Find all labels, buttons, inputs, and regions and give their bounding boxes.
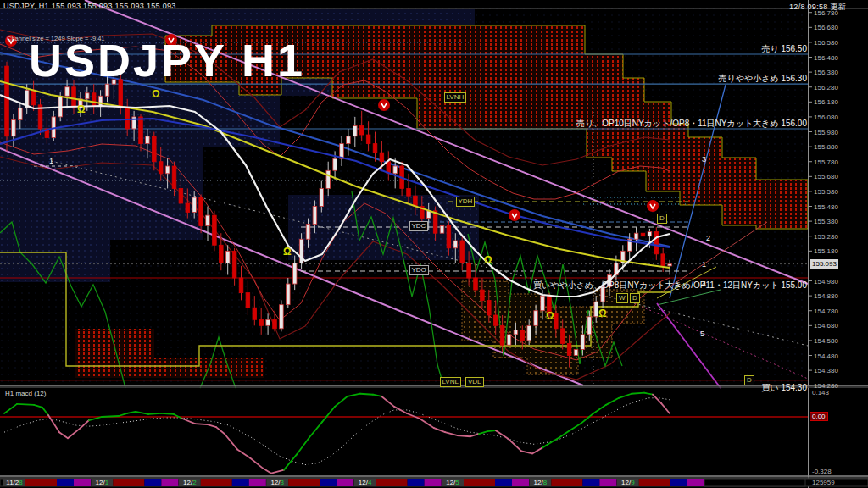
price-axis-label: 156.580 bbox=[814, 39, 838, 47]
price-axis-label: 154.480 bbox=[814, 352, 838, 360]
time-axis-label[interactable]: 12/9 bbox=[618, 479, 638, 486]
macd-axis-lower: -0.328 bbox=[812, 468, 832, 475]
price-axis-label: 155.380 bbox=[814, 218, 838, 225]
price-axis-label: 154.880 bbox=[814, 292, 838, 300]
price-axis-label: 156.080 bbox=[814, 114, 838, 121]
price-axis-label: 155.680 bbox=[814, 173, 838, 180]
price-axis-label: 155.980 bbox=[814, 129, 838, 136]
omega-marker-icon: Ω bbox=[598, 308, 607, 319]
price-axis-label: 155.280 bbox=[814, 233, 838, 241]
pivot-label-ydh: YDH bbox=[456, 197, 476, 207]
omega-marker-icon: Ω bbox=[283, 246, 292, 258]
wave-count-4: 4 bbox=[702, 280, 706, 288]
level-label-sell-156.50: 売り 156.50 bbox=[761, 43, 807, 55]
wave-count-1: 1 bbox=[49, 157, 53, 165]
pivot-label-d: D bbox=[744, 375, 754, 385]
level-label-sell-156.00: 売り、OP10日NYカット/OP8・11日NYカット大きめ 156.00 bbox=[576, 118, 807, 130]
price-axis-label: 156.780 bbox=[814, 9, 838, 17]
macd-zero-badge: 0.00 bbox=[810, 412, 828, 421]
time-axis-label[interactable]: 12/2 bbox=[180, 479, 200, 486]
price-axis-label: 155.480 bbox=[814, 203, 838, 211]
trading-chart-window: USDJPY, H1 155.093 155.093 155.093 155.0… bbox=[0, 0, 868, 488]
price-axis-label: 154.680 bbox=[814, 322, 838, 330]
price-axis-label: 156.680 bbox=[814, 24, 838, 31]
pivot-label-lvnl: LVNL bbox=[440, 377, 461, 387]
price-axis-label: 155.180 bbox=[814, 247, 838, 255]
price-axis-label: 154.280 bbox=[814, 382, 838, 390]
price-axis-label: 154.380 bbox=[814, 367, 838, 374]
time-axis-label[interactable]: 11/28 bbox=[4, 479, 25, 486]
pivot-label-ydo: YDO bbox=[409, 265, 429, 275]
wave-count-2: 2 bbox=[706, 234, 710, 242]
price-axis-label: 154.980 bbox=[814, 278, 838, 286]
wave-count-3: 3 bbox=[702, 155, 706, 164]
price-axis-label: 155.780 bbox=[814, 158, 838, 166]
pivot-label-d: D bbox=[630, 293, 640, 303]
omega-marker-icon: Ω bbox=[152, 88, 160, 100]
pivot-label-ydc: YDC bbox=[409, 221, 429, 231]
price-axis-label: 156.280 bbox=[814, 84, 838, 92]
macd-indicator-label: H1 macd (12) bbox=[5, 390, 46, 397]
level-label-buy-154.30: 買い 154.30 bbox=[761, 382, 807, 394]
level-label-sell-156.30: 売りやや小さめ 156.30 bbox=[718, 73, 807, 85]
price-axis-label: 156.380 bbox=[814, 69, 838, 76]
corner-value: 125959 bbox=[812, 479, 835, 486]
time-axis-label[interactable]: 12/3 bbox=[267, 479, 287, 486]
pivot-label-d: D bbox=[657, 214, 667, 224]
time-axis-label[interactable]: 12/1 bbox=[92, 479, 112, 486]
omega-marker-icon: Ω bbox=[77, 103, 86, 115]
macd-axis-upper: 0.143 bbox=[812, 389, 829, 396]
current-price-badge: 155.093 bbox=[810, 259, 838, 269]
pivot-label-lvnh: LVNH bbox=[444, 92, 467, 103]
price-axis-label: 155.880 bbox=[814, 143, 838, 151]
time-axis-label[interactable]: 12/5 bbox=[442, 479, 463, 486]
wave-count-5: 5 bbox=[700, 330, 704, 338]
pivot-label-vdl: VDL bbox=[465, 377, 484, 387]
wave-count-1: 1 bbox=[702, 260, 706, 269]
channel-info-text: Channel size = 1249 Slope = -9.41 bbox=[7, 35, 105, 42]
level-label-buy-155.00: 買いやや小さめ、OP8日NYカット大きめ/OP11・12日NYカット 155.0… bbox=[533, 280, 807, 291]
omega-marker-icon: Ω bbox=[484, 254, 492, 266]
time-axis-label[interactable]: 12/8 bbox=[530, 479, 550, 486]
pivot-label-w: W bbox=[616, 293, 628, 303]
time-axis-label[interactable]: 12/4 bbox=[355, 479, 376, 486]
ohlc-header: USDJPY, H1 155.093 155.093 155.093 155.0… bbox=[3, 2, 176, 10]
price-axis-label: 156.180 bbox=[814, 98, 838, 106]
price-axis-label: 156.480 bbox=[814, 54, 838, 62]
price-axis-label: 154.780 bbox=[814, 308, 838, 315]
price-axis-label: 154.580 bbox=[814, 337, 838, 345]
price-axis-label: 155.580 bbox=[814, 188, 838, 196]
omega-marker-icon: Ω bbox=[546, 310, 554, 322]
